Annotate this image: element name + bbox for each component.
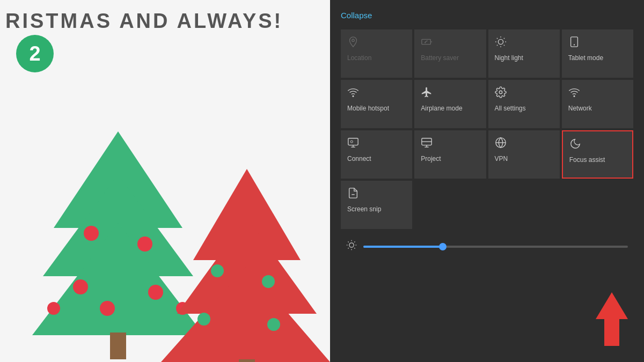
all-settings-label: All settings: [495, 105, 526, 112]
airplane-mode-label: Airplane mode: [421, 105, 462, 112]
brightness-area: [341, 229, 633, 264]
battery-saver-icon: [421, 36, 433, 50]
project-label: Project: [421, 155, 441, 162]
svg-point-36: [499, 91, 502, 94]
network-label: Network: [568, 105, 592, 112]
focus-assist-label: Focus assist: [569, 156, 605, 164]
trees-area: [0, 62, 330, 362]
vpn-icon: [495, 137, 507, 151]
night-light-label: Night light: [495, 54, 523, 62]
arrow-shaft: [604, 319, 619, 346]
red-arrow: [596, 292, 628, 346]
brightness-icon: [346, 240, 357, 253]
svg-point-6: [73, 279, 88, 294]
tile-airplane-mode[interactable]: Airplane mode: [414, 80, 486, 128]
svg-marker-2: [32, 223, 204, 335]
tile-network[interactable]: Network: [562, 80, 633, 128]
svg-point-8: [100, 301, 115, 316]
tile-all-settings[interactable]: All settings: [488, 80, 560, 128]
project-icon: [421, 137, 433, 151]
tile-mobile-hotspot[interactable]: Mobile hotspot: [341, 80, 412, 128]
connect-icon: [347, 137, 359, 151]
tile-project[interactable]: Project: [414, 130, 486, 179]
christmas-text: RISTMAS AND ALWAYS!: [5, 10, 283, 33]
action-center: Collapse Location: [330, 0, 644, 264]
svg-line-57: [348, 248, 349, 248]
tile-vpn[interactable]: VPN: [488, 130, 560, 179]
svg-point-18: [267, 318, 280, 331]
svg-point-5: [137, 237, 152, 252]
svg-line-58: [354, 242, 355, 242]
svg-point-17: [197, 313, 210, 326]
step-badge: 2: [16, 35, 54, 72]
tile-connect[interactable]: Connect: [341, 130, 412, 179]
arrow-head: [596, 292, 628, 319]
screen-snip-label: Screen snip: [347, 205, 381, 213]
tile-battery-saver[interactable]: Battery saver: [414, 29, 486, 78]
svg-point-35: [353, 95, 354, 97]
svg-line-27: [496, 38, 497, 39]
mobile-hotspot-label: Mobile hotspot: [347, 105, 389, 112]
svg-rect-39: [348, 138, 358, 145]
svg-rect-3: [110, 333, 126, 359]
tile-location[interactable]: Location: [341, 29, 412, 78]
svg-point-10: [47, 302, 60, 315]
battery-saver-label: Battery saver: [421, 54, 459, 62]
svg-point-7: [148, 285, 163, 300]
brightness-slider-thumb: [439, 243, 447, 250]
airplane-mode-icon: [421, 86, 433, 100]
tile-tablet-mode[interactable]: Tablet mode: [562, 29, 633, 78]
brightness-slider-track[interactable]: [363, 246, 628, 248]
svg-point-16: [262, 275, 275, 288]
svg-point-50: [349, 243, 354, 247]
svg-line-32: [503, 38, 504, 39]
svg-line-28: [503, 45, 504, 46]
left-panel: RISTMAS AND ALWAYS! 2: [0, 0, 330, 362]
tile-screen-snip[interactable]: Screen snip: [341, 181, 412, 229]
svg-line-31: [496, 45, 497, 46]
svg-rect-42: [350, 141, 353, 143]
right-panel: Collapse Location: [330, 0, 644, 362]
svg-line-54: [354, 248, 355, 248]
night-light-icon: [495, 36, 507, 50]
svg-point-37: [574, 95, 575, 97]
svg-line-53: [348, 242, 349, 242]
screen-snip-icon: [347, 187, 359, 201]
connect-label: Connect: [347, 155, 371, 162]
collapse-button[interactable]: Collapse: [341, 11, 372, 20]
tablet-mode-label: Tablet mode: [568, 54, 603, 62]
focus-assist-icon: [569, 138, 581, 152]
svg-point-19: [352, 39, 355, 42]
vpn-label: VPN: [495, 155, 508, 162]
tile-focus-assist[interactable]: Focus assist: [562, 130, 633, 179]
all-settings-icon: [495, 86, 507, 100]
brightness-slider-fill: [363, 246, 443, 248]
tablet-mode-icon: [568, 36, 580, 50]
svg-rect-14: [239, 359, 255, 362]
svg-point-24: [498, 39, 503, 44]
quick-actions-grid: Location Battery saver: [341, 29, 633, 229]
svg-point-4: [84, 226, 99, 241]
location-label: Location: [347, 54, 371, 62]
mobile-hotspot-icon: [347, 86, 359, 100]
tile-night-light[interactable]: Night light: [488, 29, 560, 78]
location-icon: [347, 36, 359, 50]
network-icon: [568, 86, 580, 100]
svg-point-15: [211, 264, 224, 277]
